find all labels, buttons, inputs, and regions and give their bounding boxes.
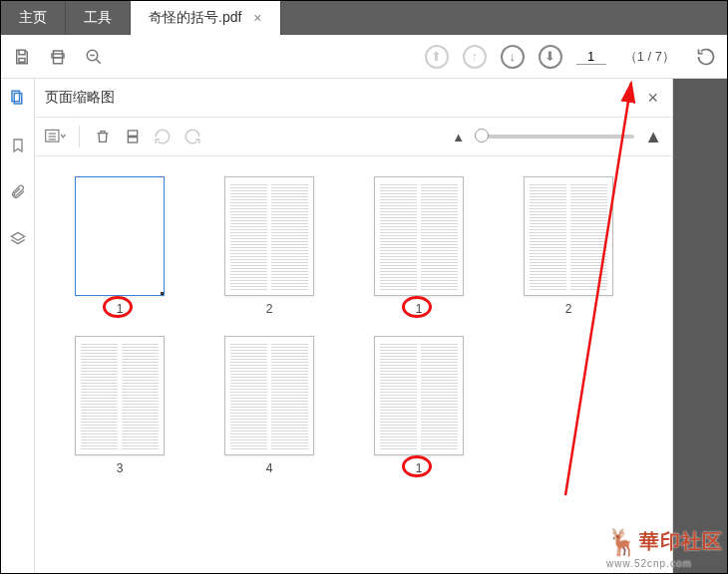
print-icon[interactable] <box>47 46 69 68</box>
thumbnail-label: 2 <box>565 302 572 316</box>
thumbnail-label: 3 <box>117 461 124 475</box>
zoom-small-icon[interactable]: ▲ <box>452 130 465 144</box>
tab-home[interactable]: 主页 <box>1 1 66 35</box>
thumbnail[interactable]: 2 <box>194 176 344 336</box>
thumbnail[interactable]: 1 <box>45 176 194 336</box>
thumbnail-page[interactable] <box>374 176 464 296</box>
close-panel-icon[interactable]: × <box>647 88 658 109</box>
thumbnail-page[interactable] <box>75 336 165 455</box>
thumbnail-page[interactable] <box>524 176 613 296</box>
rotate-icon[interactable] <box>695 46 717 68</box>
scroll-down-icon[interactable]: ⬇ <box>539 45 562 69</box>
thumbnail[interactable]: 1 <box>344 336 494 495</box>
svg-rect-1 <box>54 57 63 63</box>
zoom-slider[interactable] <box>475 135 634 139</box>
options-icon[interactable] <box>45 126 67 147</box>
save-icon[interactable] <box>11 46 33 68</box>
app-tabbar: 主页 工具 奇怪的括号.pdf × <box>1 1 727 35</box>
zoom-out-icon[interactable] <box>83 46 105 68</box>
document-viewport[interactable] <box>673 79 727 573</box>
thumbnail-page[interactable] <box>224 176 314 296</box>
thumbnail-grid: 1212341 <box>35 156 672 573</box>
svg-marker-7 <box>11 232 24 240</box>
attachment-icon[interactable] <box>10 184 26 205</box>
page-up-icon[interactable]: ↑ <box>463 45 487 69</box>
panel-toolbar: ▲ ▲ <box>35 117 672 156</box>
thumbnail-label: 1 <box>416 302 423 316</box>
svg-line-3 <box>96 59 101 64</box>
thumbnail-page[interactable] <box>224 336 314 455</box>
thumbnail[interactable]: 4 <box>194 336 344 495</box>
watermark: 🦌華印社区 www.52cnp.com <box>606 527 723 569</box>
main-toolbar: ⬆ ↑ ↓ ⬇ （1 / 7） <box>1 35 727 79</box>
content-area: 页面缩略图 × ▲ <box>1 79 727 573</box>
thumbnail-label: 1 <box>117 302 124 316</box>
thumbnails-panel: 页面缩略图 × ▲ <box>35 79 673 573</box>
close-icon[interactable]: × <box>253 10 261 26</box>
thumbnail-page[interactable] <box>374 336 464 455</box>
insert-page-icon[interactable] <box>122 126 144 147</box>
svg-rect-12 <box>128 131 137 136</box>
svg-rect-13 <box>128 138 137 143</box>
svg-rect-0 <box>19 58 25 62</box>
bookmark-icon[interactable] <box>10 138 26 158</box>
thumbnail[interactable]: 2 <box>494 176 643 336</box>
zoom-slider-thumb[interactable] <box>475 129 489 143</box>
thumbnail[interactable]: 1 <box>344 176 494 336</box>
page-down-icon[interactable]: ↓ <box>501 45 525 69</box>
layers-icon[interactable] <box>10 231 26 252</box>
thumbnail[interactable]: 3 <box>45 336 194 495</box>
delete-icon[interactable] <box>92 126 114 147</box>
thumbnails-icon[interactable] <box>9 89 27 112</box>
thumbnail-label: 1 <box>416 461 423 475</box>
left-rail <box>1 79 35 573</box>
rotate-cw-icon[interactable] <box>182 126 203 147</box>
tab-document[interactable]: 奇怪的括号.pdf × <box>131 1 281 35</box>
tab-tools[interactable]: 工具 <box>66 1 131 35</box>
thumbnail-zoom: ▲ ▲ <box>452 127 662 147</box>
panel-title: 页面缩略图 <box>45 89 647 107</box>
thumbnail-label: 4 <box>266 461 273 475</box>
page-number-input[interactable] <box>576 49 606 65</box>
scroll-up-icon[interactable]: ⬆ <box>425 45 449 69</box>
thumbnail-page[interactable] <box>75 176 165 296</box>
rotate-ccw-icon[interactable] <box>152 126 174 147</box>
zoom-large-icon[interactable]: ▲ <box>644 127 662 147</box>
tab-document-label: 奇怪的括号.pdf <box>149 9 241 27</box>
thumbnail-label: 2 <box>266 302 273 316</box>
page-count-label: （1 / 7） <box>624 48 675 66</box>
panel-header: 页面缩略图 × <box>35 79 672 117</box>
